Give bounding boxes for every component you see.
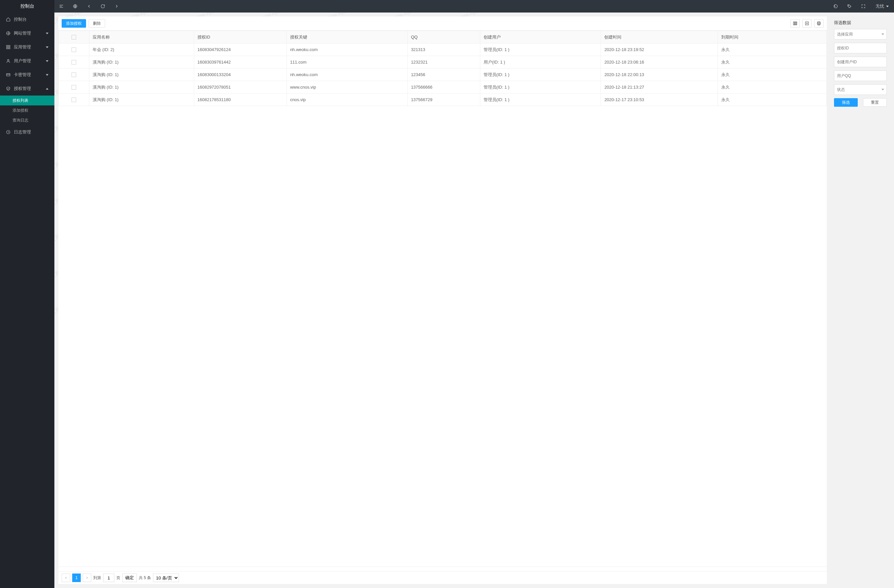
filter-reset-button[interactable]: 重置 xyxy=(863,98,887,107)
cell-expire: 永久 xyxy=(717,56,826,68)
nav-refresh-icon[interactable] xyxy=(96,0,110,12)
globe-icon[interactable] xyxy=(68,0,82,12)
pager-confirm-button[interactable]: 确定 xyxy=(122,573,137,582)
col-header: QQ xyxy=(408,31,480,44)
cell-app: 溪淘购 (ID: 1) xyxy=(89,68,194,81)
chevron-down-icon xyxy=(46,60,48,62)
select-all-header xyxy=(59,31,89,44)
svg-rect-17 xyxy=(796,22,797,25)
sidebar-item-home[interactable]: 控制台 xyxy=(0,12,54,26)
filter-creatorid-input[interactable] xyxy=(834,57,887,67)
theme-icon[interactable] xyxy=(829,0,843,12)
table-toolbar: 添加授权 删除 xyxy=(58,17,827,31)
user-menu[interactable]: 无忧 xyxy=(870,0,894,12)
col-header: 应用名称 xyxy=(89,31,194,44)
topbar: 无忧 xyxy=(54,0,894,12)
pagination: 1 到第 页 确定 共 5 条 10 条/页 xyxy=(58,571,827,584)
sidebar-item-shield[interactable]: 授权管理 xyxy=(0,82,54,95)
sidebar-item-label: 用户管理 xyxy=(14,58,31,64)
cell-app: 溪淘购 (ID: 1) xyxy=(89,81,194,93)
tag-icon[interactable] xyxy=(843,0,856,12)
fullscreen-icon[interactable] xyxy=(856,0,870,12)
sidebar-item-label: 日志管理 xyxy=(14,129,31,135)
pager-page-1[interactable]: 1 xyxy=(72,573,81,582)
clock-icon xyxy=(6,130,11,134)
table-row[interactable]: 溪淘购 (ID: 1)16082178531180cnos.vip1375667… xyxy=(59,93,827,106)
row-checkbox[interactable] xyxy=(71,72,76,77)
table-row[interactable]: 溪淘购 (ID: 1)16083039761442111.com1232321用… xyxy=(59,56,827,68)
table-row[interactable]: 溪淘购 (ID: 1)16082972078051www.cnos.vip137… xyxy=(59,81,827,93)
cell-app: 溪淘购 (ID: 1) xyxy=(89,56,194,68)
sidebar-item-label: 网站管理 xyxy=(14,30,31,36)
sidebar-subitem[interactable]: 查询日志 xyxy=(0,115,54,125)
grid-icon xyxy=(6,45,11,50)
columns-icon[interactable] xyxy=(790,19,800,28)
pager-goto-label: 到第 xyxy=(93,575,101,581)
svg-rect-15 xyxy=(793,22,794,25)
select-all-checkbox[interactable] xyxy=(71,35,76,39)
cell-app: 年会 (ID: 2) xyxy=(89,44,194,56)
user-name: 无忧 xyxy=(876,3,884,9)
table-row[interactable]: 溪淘购 (ID: 1)16083000133204nh.weoku.com123… xyxy=(59,68,827,81)
cell-created: 2020-12-18 23:06:16 xyxy=(601,56,718,68)
cell-authid: 16083047926124 xyxy=(194,44,287,56)
cell-creator: 管理员(ID: 1 ) xyxy=(480,68,601,81)
sidebar-item-globe[interactable]: 网站管理 xyxy=(0,26,54,40)
nav-back-icon[interactable] xyxy=(82,0,96,12)
cell-authid: 16083000133204 xyxy=(194,68,287,81)
main-panel: 添加授权 删除 应用名称授权ID授权关键QQ创建用户创建时间到期时间 年会 (I… xyxy=(58,17,827,584)
sidebar: 控制台 控制台网站管理应用管理用户管理卡密管理授权管理授权列表添加授权查询日志日… xyxy=(0,0,54,588)
home-icon xyxy=(6,17,11,22)
cell-qq: 1232321 xyxy=(408,56,480,68)
cell-authid: 16083039761442 xyxy=(194,56,287,68)
filter-userqq-input[interactable] xyxy=(834,71,887,81)
sidebar-subitem[interactable]: 授权列表 xyxy=(0,95,54,106)
sidebar-item-clock[interactable]: 日志管理 xyxy=(0,125,54,139)
delete-button[interactable]: 删除 xyxy=(89,19,105,28)
table-row[interactable]: 年会 (ID: 2)16083047926124nh.weoku.com3213… xyxy=(59,44,827,56)
svg-rect-1 xyxy=(7,45,8,47)
sidebar-logo: 控制台 xyxy=(0,0,54,12)
col-header: 授权ID xyxy=(194,31,287,44)
add-auth-button[interactable]: 添加授权 xyxy=(62,19,86,28)
cell-expire: 永久 xyxy=(717,68,826,81)
print-icon[interactable] xyxy=(814,19,823,28)
col-header: 授权关键 xyxy=(287,31,408,44)
cell-authid: 16082972078051 xyxy=(194,81,287,93)
chevron-down-icon xyxy=(46,33,48,34)
row-checkbox[interactable] xyxy=(71,47,76,52)
chevron-down-icon xyxy=(46,47,48,48)
pager-prev[interactable] xyxy=(62,573,70,582)
auth-table: 应用名称授权ID授权关键QQ创建用户创建时间到期时间 年会 (ID: 2)160… xyxy=(58,31,827,106)
cell-creator: 管理员(ID: 1 ) xyxy=(480,44,601,56)
sidebar-item-label: 应用管理 xyxy=(14,44,31,50)
filter-submit-button[interactable]: 筛选 xyxy=(834,98,858,107)
row-checkbox[interactable] xyxy=(71,60,76,65)
filter-app-select[interactable] xyxy=(834,29,887,39)
cell-creator: 管理员(ID: 1 ) xyxy=(480,81,601,93)
filter-panel: 筛选数据 筛选 重置 xyxy=(831,17,890,584)
cell-creator: 管理员(ID: 1 ) xyxy=(480,93,601,106)
cell-created: 2020-12-18 23:19:52 xyxy=(601,44,718,56)
pager-goto-input[interactable] xyxy=(103,573,115,582)
cell-created: 2020-12-18 22:00:13 xyxy=(601,68,718,81)
pager-pagesize-select[interactable]: 10 条/页 xyxy=(153,573,179,582)
sidebar-subitem[interactable]: 添加授权 xyxy=(0,106,54,115)
svg-point-5 xyxy=(8,59,9,61)
row-checkbox[interactable] xyxy=(71,85,76,90)
cell-expire: 永久 xyxy=(717,81,826,93)
pager-next[interactable] xyxy=(83,573,91,582)
row-checkbox[interactable] xyxy=(71,98,76,102)
menu-toggle-icon[interactable] xyxy=(54,0,68,12)
nav-forward-icon[interactable] xyxy=(110,0,124,12)
cell-qq: 137566729 xyxy=(408,93,480,106)
horizontal-scrollbar[interactable] xyxy=(58,567,827,571)
filter-status-select[interactable] xyxy=(834,84,887,95)
sidebar-item-grid[interactable]: 应用管理 xyxy=(0,40,54,54)
sidebar-item-user[interactable]: 用户管理 xyxy=(0,54,54,68)
filter-authid-input[interactable] xyxy=(834,43,887,53)
export-icon[interactable] xyxy=(802,19,812,28)
svg-rect-3 xyxy=(7,47,8,49)
sidebar-item-card[interactable]: 卡密管理 xyxy=(0,68,54,82)
cell-qq: 123456 xyxy=(408,68,480,81)
